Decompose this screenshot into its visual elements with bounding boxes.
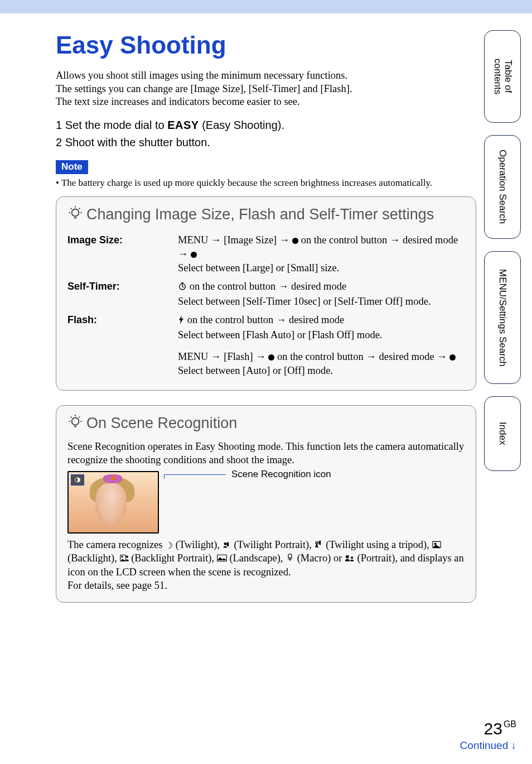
value-image-size: MENU → [Image Size] → on the control but…: [178, 231, 465, 277]
tip-box-settings: Changing Image Size, Flash and Self-Time…: [56, 196, 476, 391]
tip-title-text: On Scene Recognition: [86, 415, 237, 432]
text-fragment: MENU: [178, 351, 211, 362]
svg-point-0: [72, 209, 79, 217]
arrow-icon: →: [437, 350, 447, 362]
text-fragment: on the control button: [185, 314, 276, 325]
text-fragment: (Backlight),: [67, 552, 120, 564]
arrow-icon: →: [276, 314, 287, 325]
row-self-timer: Self-Timer: on the control button → desi…: [67, 277, 465, 311]
tip-title-text: Changing Image Size, Flash and Self-Time…: [86, 206, 434, 223]
scene-sample-photo: ◑ ▲: [67, 471, 159, 534]
text-fragment: MENU: [178, 234, 211, 246]
text-fragment: (Twilight),: [173, 539, 223, 550]
center-button-icon: [292, 238, 298, 244]
label-self-timer: Self-Timer:: [67, 277, 178, 311]
text-fragment: (Backlight Portrait),: [129, 552, 217, 564]
text-fragment: Select between [Auto] or [Off] mode.: [178, 365, 333, 376]
svg-point-7: [121, 556, 123, 558]
easy-mode-word: EASY: [167, 119, 199, 131]
svg-point-2: [72, 417, 79, 425]
arrow-icon: →: [279, 234, 290, 246]
tip-box-scene: On Scene Recognition Scene Recognition o…: [56, 405, 476, 603]
arrow-icon: →: [178, 248, 188, 260]
text-fragment: on the control button: [187, 281, 278, 292]
text-fragment: (Twilight using a tripod),: [323, 539, 432, 550]
page-number-value: 23: [484, 719, 502, 738]
footer: 23GB Continued ↓: [460, 719, 516, 752]
text-fragment: desired mode: [288, 281, 346, 292]
continued-label: Continued: [460, 739, 511, 751]
center-button-icon: [449, 354, 456, 361]
value-flash: on the control button → desired mode Sel…: [178, 311, 465, 380]
svg-point-11: [351, 556, 353, 559]
warning-overlay-icon: ▲: [109, 472, 118, 482]
step-1-suffix: (Easy Shooting).: [199, 119, 284, 131]
arrow-icon: →: [390, 234, 400, 246]
backlight-portrait-icon: [120, 554, 129, 564]
intro-text: Allows you shoot still images using the …: [56, 69, 476, 109]
step-2: 2 Shoot with the shutter button.: [56, 134, 476, 151]
step-1: 1 Set the mode dial to EASY (Easy Shooti…: [56, 117, 476, 134]
text-fragment: (Twilight Portrait),: [231, 539, 315, 550]
center-button-icon: [268, 354, 274, 361]
page-region: GB: [504, 719, 516, 729]
row-image-size: Image Size: MENU → [Image Size] → on the…: [67, 231, 465, 277]
arrow-icon: →: [211, 234, 221, 246]
arrow-icon: →: [211, 350, 221, 362]
arrow-icon: →: [255, 350, 266, 362]
landscape-icon: [217, 554, 227, 564]
text-fragment: [Image Size]: [221, 234, 279, 246]
scene-description: The camera recognizes ☽ (Twilight), (Twi…: [67, 538, 465, 593]
text-fragment: Select between [Large] or [Small] size.: [178, 262, 339, 273]
callout-leader-line: [165, 474, 226, 485]
label-image-size: Image Size:: [67, 231, 178, 277]
text-fragment: (Macro) or: [294, 552, 345, 564]
page-number: 23GB: [460, 719, 516, 738]
scene-thumb-row: ◑ ▲ Scene Recognition icon: [67, 471, 465, 534]
text-fragment: desired mode: [376, 351, 437, 362]
row-flash: Flash: on the control button → desired m…: [67, 311, 465, 380]
center-button-icon: [191, 252, 197, 258]
top-accent-bar: [0, 0, 532, 13]
value-self-timer: on the control button → desired mode Sel…: [178, 277, 465, 311]
page-title: Easy Shooting: [56, 31, 476, 59]
arrow-icon: →: [278, 280, 289, 292]
text-fragment: Select between [Flash Auto] or [Flash Of…: [178, 329, 383, 340]
scene-recognition-overlay-icon: ◑: [71, 474, 84, 486]
text-fragment: on the control button: [274, 351, 366, 362]
twilight-icon: ☽: [165, 541, 173, 550]
twilight-portrait-icon: [223, 541, 231, 550]
scene-intro: Scene Recognition operates in Easy Shoot…: [67, 440, 465, 467]
macro-icon: [286, 554, 294, 564]
tip-bulb-icon: [67, 205, 83, 224]
svg-point-8: [125, 556, 128, 558]
text-fragment: desired mode: [286, 314, 344, 325]
self-timer-icon: [178, 281, 187, 295]
backlight-icon: [432, 541, 441, 550]
text-fragment: [Flash]: [221, 351, 256, 362]
arrow-icon: →: [366, 350, 376, 362]
text-fragment: For details, see page 51.: [67, 580, 167, 591]
svg-point-3: [224, 542, 226, 545]
scene-icon-caption: Scene Recognition icon: [231, 469, 331, 480]
tip-bulb-icon: [67, 414, 83, 433]
label-flash: Flash:: [67, 311, 178, 380]
text-fragment: on the control button: [298, 234, 390, 246]
steps-list: 1 Set the mode dial to EASY (Easy Shooti…: [56, 117, 476, 151]
note-label: Note: [56, 160, 88, 174]
flash-icon: [178, 314, 185, 328]
text-fragment: The camera recognizes: [67, 539, 165, 550]
note-text: The battery charge is used up more quick…: [56, 177, 476, 189]
step-1-prefix: 1 Set the mode dial to: [56, 119, 167, 131]
settings-table: Image Size: MENU → [Image Size] → on the…: [67, 231, 465, 380]
text-fragment: (Landscape),: [227, 552, 286, 564]
tip-title-settings: Changing Image Size, Flash and Self-Time…: [67, 205, 465, 224]
tip-title-scene: On Scene Recognition: [67, 414, 465, 433]
svg-point-10: [346, 555, 349, 559]
note-block: Note The battery charge is used up more …: [56, 157, 476, 189]
text-fragment: desired mode: [400, 234, 458, 246]
twilight-tripod-icon: [315, 541, 323, 550]
down-arrow-icon: ↓: [511, 739, 517, 751]
text-fragment: Select between [Self-Timer 10sec] or [Se…: [178, 296, 431, 307]
photo-face: [95, 483, 127, 526]
